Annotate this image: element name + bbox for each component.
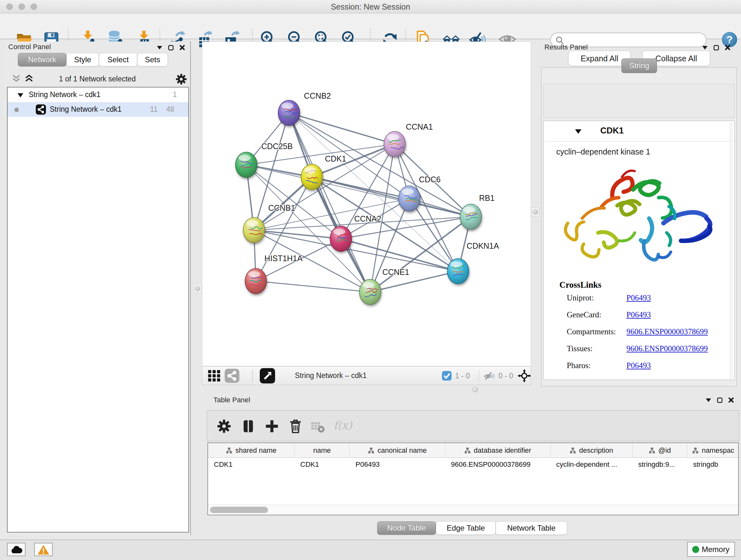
network-view-mode-icon[interactable] [225, 369, 239, 383]
edge-CCNB2-RB1[interactable] [289, 113, 471, 217]
node-CCNA1[interactable]: CCNA1 [384, 122, 433, 157]
collection-expander-icon[interactable] [17, 92, 23, 98]
network-edge-count: 48 [160, 105, 174, 114]
crosslink-row: Pharos:P06493 [544, 361, 734, 378]
node-label-RB1: RB1 [479, 193, 495, 202]
scrollbar-thumb[interactable] [210, 507, 268, 513]
table-cell[interactable]: stringdb:9... [632, 458, 687, 471]
close-panel-icon[interactable] [725, 45, 731, 51]
edge-CCNA1-CDK1[interactable] [312, 144, 394, 177]
grid-view-icon[interactable] [207, 369, 221, 382]
crosslink-link[interactable]: 9606.ENSP00000378699 [626, 344, 708, 353]
results-buttons-box [543, 84, 735, 118]
tab-network[interactable]: Network [18, 53, 66, 66]
network-tree: String Network – cdk1 1 String Network –… [7, 87, 189, 533]
crosslink-row: Compartments:9606.ENSP00000378699 [544, 327, 734, 344]
table-cell[interactable]: CDK1 [294, 458, 350, 471]
crosslink-label: Pharos: [567, 361, 591, 370]
tab-sets[interactable]: Sets [137, 53, 168, 66]
function-builder-icon-disabled: f(x) [333, 419, 352, 432]
table-options-gear-icon[interactable] [216, 418, 232, 434]
table-panel: Table Panel [204, 393, 741, 535]
table-cell[interactable]: cyclin-dependent ... [550, 458, 632, 471]
node-HIST1H1A[interactable]: HIST1H1A [245, 254, 302, 294]
column-type-icon [569, 447, 576, 454]
warnings-button[interactable] [34, 543, 53, 556]
column-header-shared-name[interactable]: shared name [208, 443, 294, 458]
tab-edge-table[interactable]: Edge Table [436, 521, 495, 535]
column-header-canonical-name[interactable]: canonical name [350, 443, 445, 458]
float-panel-icon[interactable] [714, 45, 719, 51]
cloud-status-button[interactable] [7, 543, 25, 556]
float-panel-icon[interactable] [717, 397, 723, 403]
column-header-name[interactable]: name [294, 443, 350, 458]
node-RB1[interactable]: RB1 [460, 193, 494, 230]
column-header--id[interactable]: @id [632, 443, 687, 458]
network-canvas[interactable]: CCNB2CCNA1CDC25BCDK1CDC6RB1CCNB1CCNA2CDK… [202, 42, 531, 366]
crosslink-link[interactable]: P06493 [626, 294, 651, 302]
horizontal-splitter-handle[interactable] [472, 387, 478, 392]
column-type-icon [464, 447, 471, 454]
node-label-CCNA2: CCNA2 [354, 214, 381, 223]
table-horizontal-scrollbar[interactable] [208, 504, 738, 515]
crosslink-row: Uniprot:P06493 [544, 294, 734, 310]
network-options-gear-icon[interactable] [175, 73, 188, 85]
tab-node-table[interactable]: Node Table [377, 521, 436, 535]
selected-checkbox-icon[interactable] [442, 371, 452, 381]
table-cell[interactable]: P06493 [350, 458, 445, 471]
tab-network-table[interactable]: Network Table [495, 521, 567, 535]
edge-CDK1-RB1[interactable] [312, 177, 471, 217]
panel-menu-icon[interactable] [702, 45, 708, 50]
edge-CCNB2-CCNA1[interactable] [289, 113, 394, 144]
panel-menu-icon[interactable] [705, 398, 711, 402]
entry-scrollbar[interactable] [730, 122, 733, 379]
crosslink-label: GeneCard: [567, 310, 601, 319]
entry-expander-icon[interactable] [575, 129, 582, 134]
crosslink-label: Tissues: [567, 344, 593, 353]
crosslink-label: Uniprot: [567, 294, 594, 302]
memory-button[interactable]: Memory [687, 542, 735, 557]
table-cell[interactable]: CDK1 [208, 458, 294, 471]
column-header-label: name [313, 446, 331, 455]
network-selection-summary: 1 of 1 Network selected [4, 75, 190, 83]
create-column-icon[interactable] [264, 418, 280, 434]
crosslink-link[interactable]: P06493 [626, 310, 651, 319]
hidden-eye-slash-icon[interactable] [483, 370, 495, 381]
panel-menu-icon[interactable] [157, 45, 162, 50]
tab-string[interactable]: String [621, 58, 657, 73]
left-splitter-handle[interactable] [194, 284, 201, 293]
show-columns-icon[interactable] [240, 418, 256, 434]
node-label-HIST1H1A: HIST1H1A [265, 254, 303, 263]
close-panel-icon[interactable] [728, 397, 734, 403]
results-panel-title: Results Panel [544, 43, 588, 51]
column-header-database-identifier[interactable]: database identifier [445, 443, 550, 458]
edge-CCNB2-CCNE1[interactable] [289, 113, 370, 292]
memory-status-icon [692, 546, 699, 553]
tab-style[interactable]: Style [66, 53, 99, 66]
current-network-title: String Network – cdk1 [295, 371, 367, 380]
node-CDKN1A[interactable]: CDKN1A [448, 241, 499, 284]
collection-count: 1 [161, 90, 177, 99]
node-CCNB2[interactable]: CCNB2 [278, 91, 331, 126]
node-CCNE1[interactable]: CCNE1 [359, 267, 409, 305]
hidden-count: 0 - 0 [498, 372, 513, 380]
float-panel-icon[interactable] [168, 45, 174, 51]
crosslink-link[interactable]: 9606.ENSP00000378699 [626, 327, 708, 336]
table-row[interactable]: CDK1CDK1P064939606.ENSP00000378699cyclin… [208, 458, 739, 471]
birds-eye-view-icon[interactable] [260, 368, 275, 383]
close-panel-icon[interactable] [179, 45, 185, 51]
column-header-description[interactable]: description [550, 443, 632, 458]
right-splitter-handle[interactable] [532, 207, 539, 216]
network-collection-row[interactable]: String Network – cdk1 1 [8, 87, 188, 102]
node-label-CDC25B: CDC25B [261, 142, 293, 151]
tab-select[interactable]: Select [99, 53, 137, 66]
delete-column-icon[interactable] [287, 418, 304, 434]
crosslink-link[interactable]: P06493 [626, 361, 651, 370]
table-cell[interactable]: stringdb [687, 458, 739, 471]
table-cell[interactable]: 9606.ENSP00000378699 [445, 458, 550, 471]
entry-header[interactable]: CDK1 [544, 121, 734, 141]
column-header-namespac[interactable]: namespac [687, 443, 739, 458]
fit-selected-crosshair-icon[interactable] [518, 369, 531, 382]
network-node-count: 11 [144, 105, 158, 114]
network-row-selected[interactable]: String Network – cdk1 11 48 [8, 102, 188, 117]
